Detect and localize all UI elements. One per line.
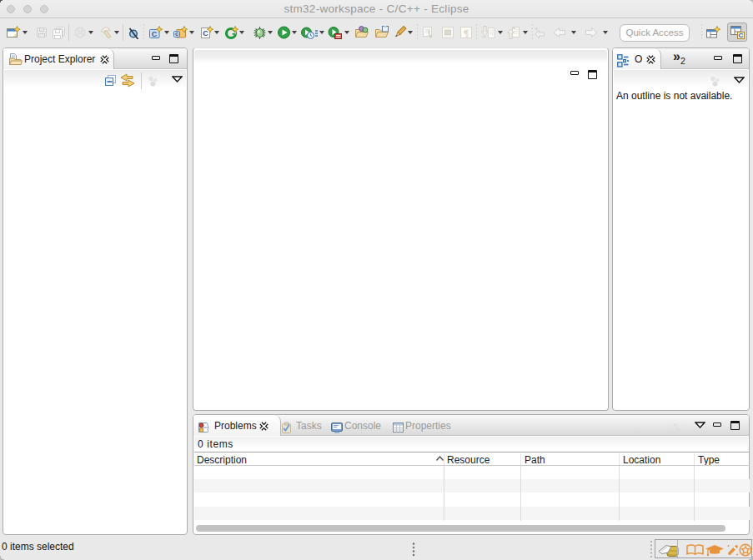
svg-text:C: C [203,29,208,38]
svg-text:c: c [175,30,178,38]
svg-text:C: C [739,32,744,39]
svg-text:¶: ¶ [464,28,469,39]
svg-text:C: C [152,30,158,38]
